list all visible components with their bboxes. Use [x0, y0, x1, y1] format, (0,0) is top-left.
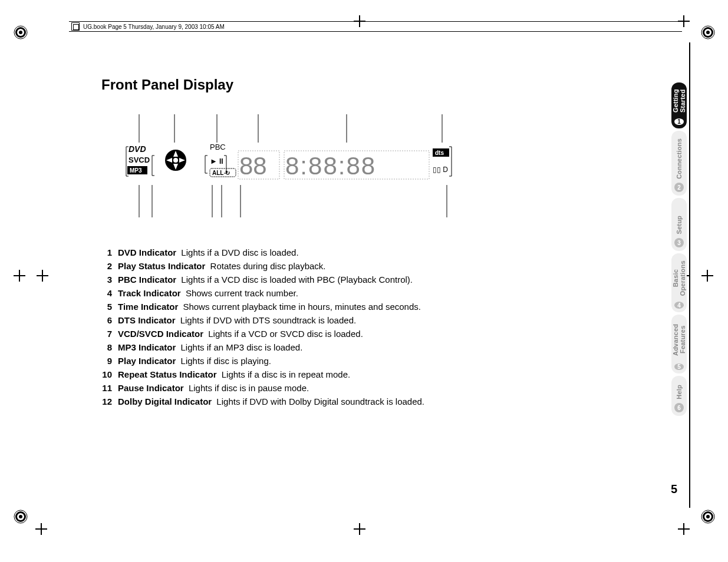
mp3-label: MP3	[130, 167, 142, 174]
list-item: 4Track Indicator Shows current track num…	[101, 287, 585, 299]
crop-mark	[701, 270, 713, 282]
list-item: 12Dolby Digital Indicator Lights if DVD …	[101, 395, 585, 408]
tab-connections[interactable]: 2Connections	[671, 131, 687, 196]
indicator-list: 1DVD Indicator Lights if a DVD disc is l…	[101, 246, 585, 408]
crop-mark	[354, 523, 365, 535]
crop-mark	[35, 523, 47, 535]
registration-mark	[13, 25, 28, 40]
list-item: 11Pause Indicator Lights if disc is in p…	[101, 382, 585, 394]
tab-getting-started[interactable]: 1Getting Started	[671, 82, 687, 128]
page-number: 5	[671, 482, 677, 496]
page-content: Front Panel Display	[101, 77, 585, 409]
svg-point-11	[706, 31, 710, 34]
registration-mark	[13, 509, 28, 524]
tab-setup[interactable]: 3Setup	[671, 198, 687, 251]
book-icon	[71, 22, 80, 31]
svg-point-7	[19, 515, 22, 518]
play-icon: ►	[210, 157, 218, 166]
list-item: 3PBC Indicator Lights if a VCD disc is l…	[101, 273, 585, 286]
margin-rule	[689, 42, 690, 508]
list-item: 9Play Indicator Lights if disc is playin…	[101, 355, 585, 367]
list-item: 8MP3 Indicator Lights if an MP3 disc is …	[101, 341, 585, 353]
dvd-label: DVD	[129, 144, 146, 154]
dts-label: dts	[435, 150, 444, 156]
list-item: 7VCD/SVCD Indicator Lights if a VCD or S…	[101, 328, 585, 340]
list-item: 1DVD Indicator Lights if a DVD disc is l…	[101, 246, 585, 259]
all-label: ALL ↻	[212, 170, 230, 176]
track-display: 88	[239, 152, 267, 180]
crop-mark	[37, 270, 48, 282]
svcd-label: SVCD	[129, 156, 150, 164]
pbc-label: PBC	[210, 143, 226, 151]
header-text: UG.book Page 5 Thursday, January 9, 2003…	[83, 24, 225, 30]
time-display: 8:88:88	[285, 152, 376, 180]
pause-icon: II	[219, 157, 223, 166]
tab-advanced-features[interactable]: 5Advanced Features	[671, 315, 687, 373]
svg-point-30	[173, 158, 178, 163]
list-item: 6DTS Indicator Lights if DVD with DTS so…	[101, 314, 585, 326]
crop-mark	[678, 523, 690, 535]
tab-help[interactable]: 6Help	[671, 376, 687, 416]
section-tabs: 1Getting Started 2Connections 3Setup 4Ba…	[671, 82, 687, 416]
list-item: 10Repeat Status Indicator Lights if a di…	[101, 368, 585, 381]
registration-mark	[700, 509, 716, 524]
page-title: Front Panel Display	[101, 77, 585, 93]
list-item: 5Time Indicator Shows current playback t…	[101, 300, 585, 313]
svg-point-3	[19, 31, 22, 34]
page-header: UG.book Page 5 Thursday, January 9, 2003…	[69, 21, 682, 32]
crop-mark	[14, 270, 25, 282]
registration-mark	[700, 25, 716, 40]
dolby-label: ▯▯ D	[433, 166, 448, 174]
tab-basic-operations[interactable]: 4Basic Operations	[671, 253, 687, 312]
front-panel-diagram: DVD SVCD MP3	[123, 114, 585, 226]
list-item: 2Play Status Indicator Rotates during di…	[101, 260, 585, 272]
svg-point-15	[706, 515, 710, 518]
